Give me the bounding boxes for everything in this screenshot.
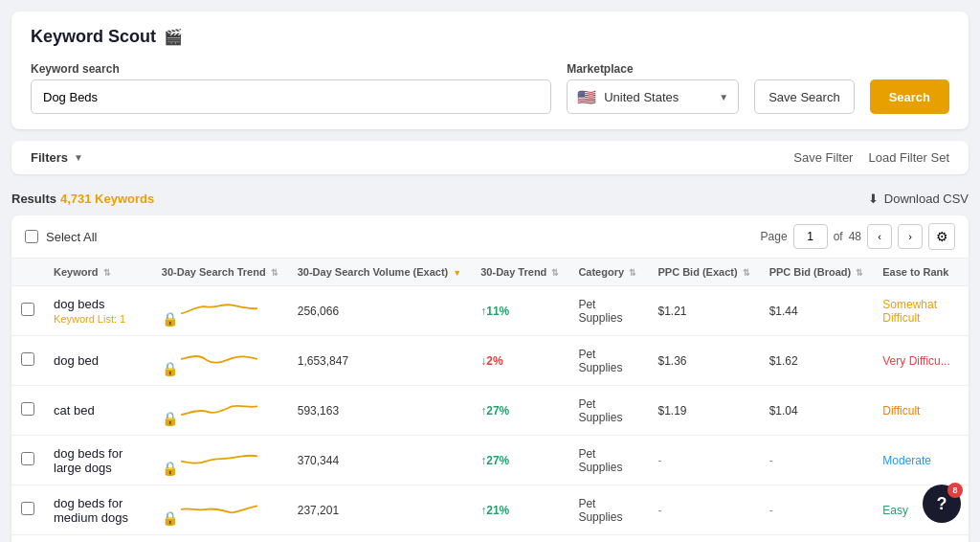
trend-value: ↑27% [471, 436, 568, 486]
search-volume: 593,163 [288, 386, 472, 436]
trend-sparkline [181, 395, 257, 423]
ease-to-rank: Moderate [873, 535, 969, 543]
trend-value: ↑11% [471, 286, 568, 336]
category: Pet Supplies [568, 535, 648, 543]
lock-icon: 🔒 [162, 461, 178, 476]
ppc-broad: - [760, 486, 874, 535]
ppc-exact: $2.09 [648, 535, 759, 543]
marketplace-select[interactable]: 🇺🇸 United States ▼ [567, 79, 739, 114]
col-ppc-broad[interactable]: PPC Bid (Broad) ⇅ [760, 259, 874, 286]
select-all-label: Select All [46, 230, 97, 244]
save-search-button[interactable]: Save Search [754, 79, 854, 114]
trend-value: ↓2% [471, 336, 568, 386]
trend-sparkline [181, 295, 257, 324]
page-total: 48 [849, 230, 861, 243]
load-filter-button[interactable]: Load Filter Set [868, 150, 949, 165]
table-settings-button[interactable]: ⚙ [928, 223, 955, 250]
row-checkbox[interactable] [21, 402, 34, 416]
marketplace-value: United States [604, 90, 711, 104]
keyword-tag[interactable]: Keyword List: 1 [54, 313, 143, 325]
category: Pet Supplies [568, 336, 648, 386]
keyword-search-label: Keyword search [31, 62, 551, 76]
category: Pet Supplies [568, 436, 648, 486]
table-row: large dog bed 🔒 227,748 ↑1% Pet Supplies… [11, 535, 969, 543]
results-label: Results [11, 192, 56, 206]
page-title: Keyword Scout [31, 27, 156, 47]
filters-label: Filters [31, 150, 68, 165]
marketplace-label: Marketplace [567, 62, 739, 76]
search-volume: 1,653,847 [288, 336, 472, 386]
row-checkbox[interactable] [21, 502, 34, 515]
table-row: dog beds Keyword List: 1 🔒 256,066 ↑11% … [11, 286, 969, 336]
help-button[interactable]: ? 8 [923, 485, 961, 523]
col-checkbox [11, 259, 44, 286]
table-row: dog beds for large dogs 🔒 370,344 ↑27% P… [11, 436, 969, 486]
ppc-exact: - [648, 486, 759, 535]
next-page-button[interactable]: › [898, 224, 923, 249]
ease-to-rank: Difficult [873, 386, 969, 436]
trend-sparkline [181, 345, 257, 373]
keyword-name: dog beds for large dogs [54, 446, 143, 475]
category: Pet Supplies [568, 486, 648, 535]
chevron-down-icon: ▼ [719, 92, 728, 102]
col-search-volume[interactable]: 30-Day Search Volume (Exact) ▼ [288, 259, 472, 286]
ppc-broad: - [760, 436, 874, 486]
table-row: dog bed 🔒 1,653,847 ↓2% Pet Supplies $1.… [11, 336, 969, 386]
ppc-exact: - [648, 436, 759, 486]
ease-to-rank: Somewhat Difficult [873, 286, 969, 336]
page-label: Page [761, 230, 788, 243]
lock-icon: 🔒 [162, 311, 178, 327]
flag-icon: 🇺🇸 [577, 88, 596, 106]
col-category[interactable]: Category ⇅ [568, 259, 648, 286]
keyword-name: dog beds [54, 297, 143, 311]
search-button[interactable]: Search [870, 79, 949, 114]
help-icon: ? [937, 494, 947, 514]
filters-chevron-icon: ▼ [74, 152, 83, 163]
keyword-name: cat bed [54, 403, 143, 418]
page-of-label: of [834, 230, 843, 243]
trend-value: ↑27% [471, 386, 568, 436]
keyword-name: dog beds for medium dogs [54, 496, 143, 525]
search-volume: 237,201 [288, 486, 472, 535]
trend-value: ↑1% [471, 535, 568, 543]
ppc-exact: $1.21 [648, 286, 759, 336]
row-checkbox[interactable] [21, 452, 34, 465]
ppc-broad: $2.16 [760, 535, 874, 543]
ease-to-rank: Moderate [873, 436, 969, 486]
ease-to-rank: Very Difficu... [873, 336, 969, 386]
category: Pet Supplies [568, 286, 648, 336]
trend-sparkline [181, 444, 257, 473]
col-ease: Ease to Rank [873, 259, 969, 286]
keyword-name: dog bed [54, 353, 143, 368]
trend-value: ↑21% [471, 486, 568, 535]
download-csv-button[interactable]: ⬇ Download CSV [868, 192, 969, 206]
table-row: dog beds for medium dogs 🔒 237,201 ↑21% … [11, 486, 969, 535]
row-checkbox[interactable] [21, 303, 34, 316]
header-icon: 🎬 [164, 28, 183, 46]
ppc-broad: $1.44 [760, 286, 874, 336]
col-trend[interactable]: 30-Day Trend ⇅ [471, 259, 568, 286]
trend-sparkline [181, 494, 257, 523]
search-volume: 370,344 [288, 436, 472, 486]
row-checkbox[interactable] [21, 352, 34, 366]
lock-icon: 🔒 [162, 361, 178, 376]
ppc-broad: $1.62 [760, 336, 874, 386]
download-icon: ⬇ [868, 192, 879, 206]
ppc-exact: $1.19 [648, 386, 759, 436]
col-keyword[interactable]: Keyword ⇅ [44, 259, 152, 286]
page-input[interactable] [793, 224, 828, 249]
lock-icon: 🔒 [162, 411, 178, 426]
select-all-checkbox[interactable] [25, 230, 38, 243]
search-volume: 227,748 [288, 535, 472, 543]
col-search-trend[interactable]: 30-Day Search Trend ⇅ [152, 259, 288, 286]
col-ppc-exact[interactable]: PPC Bid (Exact) ⇅ [648, 259, 759, 286]
prev-page-button[interactable]: ‹ [867, 224, 892, 249]
search-volume: 256,066 [288, 286, 472, 336]
table-row: cat bed 🔒 593,163 ↑27% Pet Supplies $1.1… [11, 386, 969, 436]
keyword-search-input[interactable] [31, 79, 551, 114]
category: Pet Supplies [568, 386, 648, 436]
filters-toggle[interactable]: Filters ▼ [31, 150, 83, 165]
ppc-broad: $1.04 [760, 386, 874, 436]
save-filter-button[interactable]: Save Filter [793, 150, 853, 165]
ppc-exact: $1.36 [648, 336, 759, 386]
